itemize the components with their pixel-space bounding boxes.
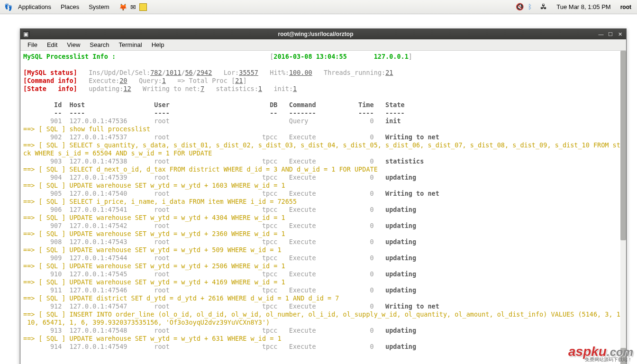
desktop-panel: 👣 Applications Places System 🦊 ✉ 🔇 ᛒ 🖧 T… [0, 0, 637, 14]
watermark-sub: 免费网站源码下载站！ [585, 356, 632, 363]
volume-icon[interactable]: 🔇 [516, 3, 524, 11]
maximize-button[interactable]: ☐ [607, 31, 614, 37]
window-titlebar[interactable]: ▣ root@wing:/usr/local/orztop — ☐ ✕ [20, 29, 626, 39]
menu-terminal[interactable]: Terminal [115, 40, 146, 50]
clock[interactable]: Tue Mar 8, 1:05 PM [556, 3, 610, 10]
user-menu[interactable]: root [620, 4, 631, 10]
terminal-scrollbar[interactable] [620, 51, 626, 364]
menu-view[interactable]: View [63, 40, 84, 50]
applications-menu[interactable]: Applications [14, 2, 55, 12]
close-button[interactable]: ✕ [617, 31, 623, 37]
network-icon[interactable]: 🖧 [540, 3, 549, 11]
menu-edit[interactable]: Edit [43, 40, 62, 50]
terminal-icon: ▣ [23, 31, 30, 37]
menu-search[interactable]: Search [85, 40, 113, 50]
mail-icon[interactable]: ✉ [129, 3, 137, 11]
terminal-output[interactable]: MySQL Processlist Info : [2016-03-08 13:… [20, 51, 626, 364]
system-tray: 🔇 ᛒ 🖧 Tue Mar 8, 1:05 PM root [516, 3, 633, 11]
terminal-window: ▣ root@wing:/usr/local/orztop — ☐ ✕ File… [20, 28, 627, 364]
system-menu[interactable]: System [85, 2, 113, 12]
terminal-menubar: File Edit View Search Terminal Help [20, 39, 626, 51]
firefox-icon[interactable]: 🦊 [118, 3, 127, 11]
menu-file[interactable]: File [23, 40, 42, 50]
window-title: root@wing:/usr/local/orztop [34, 31, 598, 37]
notes-icon[interactable] [139, 3, 147, 11]
places-menu[interactable]: Places [57, 2, 83, 12]
menu-help[interactable]: Help [147, 40, 169, 50]
bluetooth-icon[interactable]: ᛒ [528, 3, 537, 11]
minimize-button[interactable]: — [598, 31, 604, 37]
gnome-foot-icon: 👣 [4, 3, 12, 11]
